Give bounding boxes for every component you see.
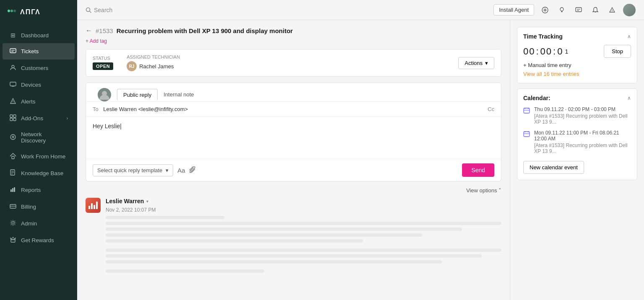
content-line: [106, 254, 482, 258]
content-line: [106, 260, 442, 264]
message-avatar: [86, 198, 101, 213]
svg-rect-7: [10, 82, 16, 86]
sidebar-item-label: Alerts: [21, 98, 36, 105]
status-badge: OPEN: [93, 62, 113, 70]
svg-rect-13: [10, 118, 13, 121]
calendar-collapse-icon[interactable]: ∧: [627, 95, 631, 101]
svg-point-6: [12, 65, 14, 68]
sidebar-item-dashboard[interactable]: ⊞ Dashboard: [3, 28, 75, 43]
bell-icon[interactable]: [589, 4, 601, 16]
logo[interactable]: ΛΠΓΛ: [0, 0, 77, 24]
calendar-event-title-1: [Atera #1533] Recurring problem with Del…: [534, 113, 631, 125]
dashboard-icon: ⊞: [9, 32, 17, 39]
attach-icon[interactable]: [190, 166, 196, 174]
ticket-number: #1533: [96, 27, 113, 34]
back-button[interactable]: ←: [86, 27, 92, 34]
sidebar-item-reports[interactable]: Reports: [3, 182, 75, 198]
chat-icon[interactable]: [573, 4, 584, 16]
add-icon[interactable]: [539, 4, 551, 16]
tab-public-reply[interactable]: Public reply: [117, 89, 158, 101]
sidebar: ΛΠΓΛ ⊞ Dashboard Tickets Customers Devic…: [0, 0, 77, 300]
reply-to-row: To Leslie Warren <leslie@infifity.com> C…: [86, 102, 501, 117]
warning-icon[interactable]: [606, 4, 618, 16]
reply-box: Public reply Internal note To Leslie War…: [86, 83, 501, 181]
tab-internal-note[interactable]: Internal note: [158, 88, 200, 102]
calendar-event-details-2: Mon 09.11.22 11:00 PM - Fri 08.06.21 12:…: [534, 130, 631, 154]
avatar-bars: [88, 202, 98, 209]
assigned-label: Assigned Technician: [127, 54, 180, 59]
manual-time-entry-link[interactable]: + Manual time entry: [523, 62, 631, 68]
calendar-event-time-1: Thu 09.11.22 · 02:00 PM - 03:00 PM: [534, 106, 631, 112]
devices-icon: [9, 81, 17, 89]
sidebar-item-admin[interactable]: Admin: [3, 215, 75, 232]
sidebar-item-devices[interactable]: Devices: [3, 77, 75, 93]
sidebar-item-customers[interactable]: Customers: [3, 60, 75, 76]
install-agent-button[interactable]: Install Agent: [493, 4, 534, 16]
send-button[interactable]: Send: [462, 163, 494, 177]
quick-reply-dropdown[interactable]: Select quick reply template ▾: [93, 164, 173, 176]
reports-icon: [9, 186, 17, 194]
message-time: Nov 2, 2022 10:07 PM: [106, 207, 156, 213]
sidebar-item-wfh[interactable]: Work From Home: [3, 148, 75, 165]
message-content-placeholder: [106, 216, 501, 273]
content-line: [106, 269, 264, 273]
customers-icon: [9, 64, 17, 72]
search-bar[interactable]: Search: [86, 7, 112, 13]
sidebar-item-label: Tickets: [21, 48, 39, 54]
calendar-event-title-2: [Atera #1533] Recurring problem with Del…: [534, 142, 631, 154]
sidebar-item-billing[interactable]: Billing: [3, 199, 75, 215]
content-line: [106, 233, 422, 237]
calendar-event-time-2: Mon 09.11.22 11:00 PM - Fri 08.06.21 12:…: [534, 130, 631, 142]
view-time-entries-link[interactable]: View all 16 time entries: [523, 71, 631, 77]
svg-point-0: [8, 10, 10, 12]
svg-rect-11: [10, 115, 13, 117]
bar-1: [88, 206, 90, 209]
calendar-section: Calendar: ∧ Thu 09.11.22 · 02:00 PM - 03…: [517, 88, 637, 180]
ticket-title: Recurring problem with Dell XP 13 900 an…: [117, 27, 293, 34]
addons-chevron-icon: ›: [67, 116, 68, 121]
calendar-event-icon-1: [523, 107, 530, 116]
quick-reply-placeholder: Select quick reply template: [97, 167, 162, 173]
sender-chevron-icon[interactable]: ▾: [146, 199, 148, 204]
technician-name: Rachel James: [139, 63, 174, 70]
time-tracking-header: Time Tracking ∧: [523, 33, 631, 40]
time-tracking-collapse-icon[interactable]: ∧: [627, 34, 631, 39]
sidebar-item-tickets[interactable]: Tickets: [3, 43, 75, 59]
timer-hours: 00: [523, 46, 535, 57]
reply-content-area[interactable]: Hey Leslie|: [86, 117, 501, 159]
svg-point-16: [12, 136, 14, 138]
time-tracking-section: Time Tracking ∧ 00 : 00 : 0 1 Stop + Man…: [517, 27, 637, 83]
sidebar-item-alerts[interactable]: Alerts: [3, 93, 75, 110]
sidebar-item-rewards[interactable]: Get Rewards: [3, 232, 75, 248]
reply-recipient: Leslie Warren <leslie@infifity.com>: [103, 106, 188, 112]
sidebar-item-label: Work From Home: [21, 153, 65, 160]
svg-rect-22: [10, 189, 12, 192]
calendar-header: Calendar: ∧: [523, 95, 631, 101]
svg-point-34: [560, 8, 564, 11]
user-avatar[interactable]: [623, 4, 636, 16]
timer-minutes: 00: [540, 46, 552, 57]
bulb-icon[interactable]: [556, 4, 568, 16]
sidebar-item-discovery[interactable]: Network Discovery: [3, 127, 75, 148]
sidebar-item-addons[interactable]: Add-Ons ›: [3, 110, 75, 127]
sidebar-item-kb[interactable]: Knowledge Base: [3, 165, 75, 181]
bar-3: [93, 205, 95, 209]
new-calendar-event-button[interactable]: New calendar event: [523, 161, 584, 174]
cc-label[interactable]: Cc: [488, 106, 494, 112]
calendar-event-2: Mon 09.11.22 11:00 PM - Fri 08.06.21 12:…: [523, 130, 631, 154]
reply-tabs: Public reply Internal note: [86, 83, 501, 102]
add-tag-button[interactable]: + Add tag: [86, 38, 107, 44]
view-options-button[interactable]: View options ˅: [86, 187, 501, 194]
content-line: [106, 248, 501, 252]
alerts-icon: [9, 98, 17, 106]
actions-button[interactable]: Actions ▾: [458, 57, 494, 69]
timer-colon-1: :: [536, 46, 539, 57]
status-group: Status OPEN: [93, 56, 113, 70]
format-text-icon[interactable]: Aa: [177, 167, 185, 174]
svg-rect-37: [576, 8, 582, 12]
stop-button[interactable]: Stop: [604, 45, 631, 58]
svg-rect-28: [11, 240, 15, 242]
sidebar-item-label: Knowledge Base: [21, 170, 63, 176]
technician-group: Assigned Technician RJ Rachel James: [127, 54, 180, 71]
svg-point-27: [12, 222, 14, 224]
